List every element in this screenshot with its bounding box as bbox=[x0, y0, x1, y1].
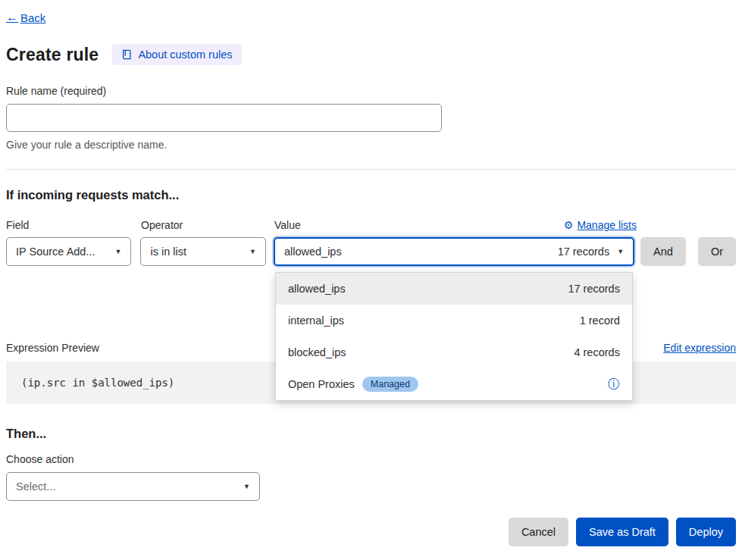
list-item-name: allowed_ips bbox=[288, 283, 346, 295]
deploy-button[interactable]: Deploy bbox=[676, 518, 736, 546]
back-arrow-icon: ← bbox=[6, 11, 18, 24]
list-item-meta: 4 records bbox=[574, 346, 619, 358]
condition-row: IP Source Add... ▼ is in list ▼ allowed_… bbox=[6, 237, 736, 266]
field-select-value: IP Source Add... bbox=[16, 246, 95, 258]
chevron-down-icon: ▼ bbox=[249, 248, 256, 255]
rule-name-help: Give your rule a descriptive name. bbox=[6, 139, 736, 151]
about-custom-rules-link[interactable]: About custom rules bbox=[112, 44, 241, 65]
rule-name-label: Rule name (required) bbox=[6, 85, 736, 97]
manage-lists-link[interactable]: ⚙ Manage lists bbox=[564, 219, 637, 231]
managed-badge: Managed bbox=[362, 377, 418, 392]
list-item-name: Open Proxies bbox=[288, 378, 355, 390]
section-divider bbox=[6, 169, 736, 170]
rule-name-input[interactable] bbox=[6, 104, 442, 132]
book-icon bbox=[121, 49, 132, 60]
cancel-button[interactable]: Cancel bbox=[509, 518, 568, 546]
and-button[interactable]: And bbox=[640, 237, 686, 266]
list-dropdown-menu: allowed_ips 17 records internal_ips 1 re… bbox=[275, 272, 633, 401]
manage-lists-label: Manage lists bbox=[577, 219, 637, 231]
footer-actions: Cancel Save as Draft Deploy bbox=[6, 518, 736, 546]
save-as-draft-button[interactable]: Save as Draft bbox=[576, 518, 668, 546]
value-select-value: allowed_ips bbox=[284, 246, 342, 258]
operator-select-value: is in list bbox=[150, 246, 186, 258]
operator-label: Operator bbox=[141, 219, 267, 231]
value-label: Value bbox=[274, 219, 301, 231]
action-select[interactable]: Select... ▼ bbox=[6, 472, 260, 501]
field-select[interactable]: IP Source Add... ▼ bbox=[6, 237, 131, 266]
match-section-heading: If incoming requests match... bbox=[6, 188, 736, 202]
list-item-blocked-ips[interactable]: blocked_ips 4 records bbox=[276, 336, 632, 368]
create-rule-page: ← Back Create rule About custom rules Ru… bbox=[0, 0, 742, 546]
or-button[interactable]: Or bbox=[698, 237, 736, 266]
chevron-down-icon: ▼ bbox=[115, 248, 122, 255]
value-select-wrapper: allowed_ips 17 records ▼ allowed_ips 17 … bbox=[274, 237, 634, 266]
list-item-name: internal_ips bbox=[288, 314, 344, 327]
condition-labels-row: Field Operator Value ⚙ Manage lists bbox=[6, 219, 736, 231]
list-item-name: blocked_ips bbox=[288, 346, 346, 358]
value-select-meta: 17 records bbox=[558, 246, 610, 258]
then-section-heading: Then... bbox=[6, 427, 736, 441]
choose-action-label: Choose action bbox=[6, 453, 736, 465]
field-label: Field bbox=[6, 219, 132, 231]
list-item-allowed-ips[interactable]: allowed_ips 17 records bbox=[276, 273, 632, 305]
expression-preview-label: Expression Preview bbox=[6, 342, 99, 354]
about-custom-rules-label: About custom rules bbox=[138, 48, 232, 61]
list-item-meta: 17 records bbox=[568, 283, 620, 295]
info-icon[interactable]: ⓘ bbox=[608, 378, 620, 390]
back-label: Back bbox=[20, 11, 45, 24]
chevron-down-icon: ▼ bbox=[243, 483, 250, 490]
title-row: Create rule About custom rules bbox=[6, 44, 736, 65]
edit-expression-link[interactable]: Edit expression bbox=[663, 342, 736, 354]
list-item-meta: 1 record bbox=[580, 314, 620, 327]
page-title: Create rule bbox=[6, 45, 99, 65]
list-item-internal-ips[interactable]: internal_ips 1 record bbox=[276, 305, 632, 336]
chevron-down-icon: ▼ bbox=[617, 248, 624, 255]
gear-icon: ⚙ bbox=[564, 219, 574, 231]
back-link[interactable]: ← Back bbox=[6, 11, 45, 24]
operator-select[interactable]: is in list ▼ bbox=[140, 237, 265, 266]
action-select-placeholder: Select... bbox=[16, 480, 55, 493]
list-item-open-proxies[interactable]: Open Proxies Managed ⓘ bbox=[276, 368, 632, 400]
expression-code: (ip.src in $allowed_ips) bbox=[21, 377, 174, 389]
value-select[interactable]: allowed_ips 17 records ▼ bbox=[274, 237, 634, 266]
